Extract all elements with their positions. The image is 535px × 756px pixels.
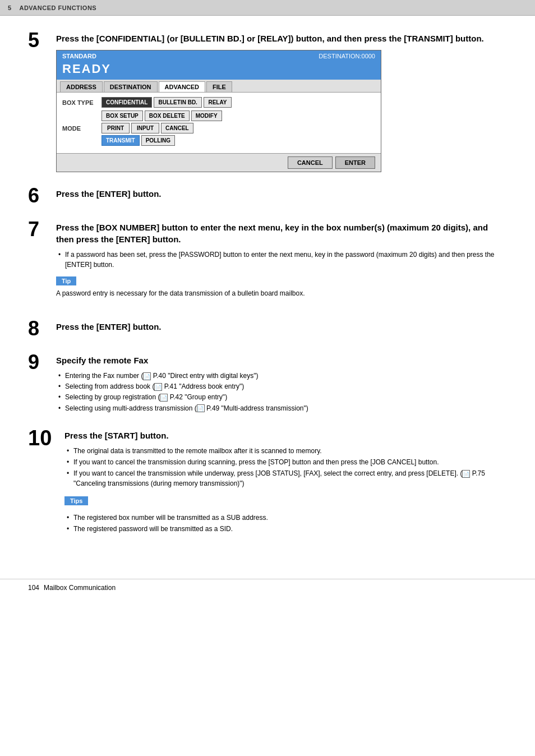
mode-row: MODE BOX SETUP BOX DELETE MODIFY PRINT I… xyxy=(62,110,375,146)
fax-footer-cancel-button[interactable]: CANCEL xyxy=(288,156,333,169)
fax-footer-enter-button[interactable]: ENTER xyxy=(335,156,375,169)
section-number: 5 xyxy=(8,4,12,11)
fax-ready-text: READY xyxy=(57,62,381,80)
step-10-title: Press the [START] button. xyxy=(64,430,507,441)
step-5-section: 5 Press the [CONFIDENTIAL] (or [BULLETIN… xyxy=(28,33,507,172)
step-8-number: 8 xyxy=(28,319,56,339)
step-10-bullet-2: If you want to cancel the transmission d… xyxy=(64,457,507,467)
ref-icon-5: 📄 xyxy=(462,470,470,478)
step-8-content: Press the [ENTER] button. xyxy=(56,321,507,337)
box-type-row: BOX TYPE CONFIDENTIAL BULLETIN BD. RELAY xyxy=(62,97,375,108)
step-7-title: Press the [BOX NUMBER] button to enter t… xyxy=(56,222,507,245)
ref-icon-3: 📄 xyxy=(160,394,168,402)
tip-label: Tip xyxy=(56,276,76,285)
step-9-bullets: Entering the Fax number (📄 P.40 "Direct … xyxy=(56,371,507,414)
tips-label: Tips xyxy=(64,496,88,505)
tips-bullet-1: The registered box number will be transm… xyxy=(64,513,507,523)
step-5-content: Press the [CONFIDENTIAL] (or [BULLETIN B… xyxy=(56,33,507,172)
step-9-bullet-2: Selecting from address book (📄 P.41 "Add… xyxy=(56,381,507,392)
step-9-section: 9 Specify the remote Fax Entering the Fa… xyxy=(28,354,507,414)
btn-cancel-mode[interactable]: CANCEL xyxy=(161,123,193,133)
ref-icon-2: 📄 xyxy=(154,383,162,391)
fax-ui-header: STANDARD DESTINATION:0000 xyxy=(57,50,381,62)
step-7-number: 7 xyxy=(28,219,56,239)
fax-ui-footer: CANCEL ENTER xyxy=(57,153,381,172)
ref-icon-4: 📄 xyxy=(197,404,205,412)
step-10-content: Press the [START] button. The original d… xyxy=(64,430,507,541)
step-9-bullet-3: Selecting by group registration (📄 P.42 … xyxy=(56,392,507,403)
step-10-bullet-1: The original data is transmitted to the … xyxy=(64,446,507,456)
tips-bullet-2: The registered password will be transmit… xyxy=(64,524,507,534)
mode-buttons-row2: PRINT INPUT CANCEL xyxy=(102,123,222,133)
fax-header-right: DESTINATION:0000 xyxy=(319,53,375,59)
step-8-title: Press the [ENTER] button. xyxy=(56,321,507,333)
step-9-bullet-1: Entering the Fax number (📄 P.40 "Direct … xyxy=(56,371,507,381)
step-7-content: Press the [BOX NUMBER] button to enter t… xyxy=(56,222,507,305)
box-type-buttons: CONFIDENTIAL BULLETIN BD. RELAY xyxy=(102,97,232,108)
step-10-bullet-3: If you want to cancel the transmission w… xyxy=(64,468,507,488)
step-9-content: Specify the remote Fax Entering the Fax … xyxy=(56,354,507,414)
step-7-section: 7 Press the [BOX NUMBER] button to enter… xyxy=(28,222,507,305)
mode-label: MODE xyxy=(62,125,102,132)
tab-advanced[interactable]: ADVANCED xyxy=(159,81,206,92)
mode-buttons-row1: BOX SETUP BOX DELETE MODIFY xyxy=(102,110,222,121)
step-5-title: Press the [CONFIDENTIAL] (or [BULLETIN B… xyxy=(56,33,507,44)
btn-polling[interactable]: POLLING xyxy=(141,135,175,146)
step-10-section: 10 Press the [START] button. The origina… xyxy=(28,430,507,541)
page-title: Mailbox Communication xyxy=(44,584,116,592)
step-5-number: 5 xyxy=(28,30,56,50)
btn-bulletin-bd[interactable]: BULLETIN BD. xyxy=(154,97,201,108)
btn-modify[interactable]: MODIFY xyxy=(191,110,222,121)
step-7-bullets: If a password has been set, press the [P… xyxy=(56,250,507,270)
step-9-number: 9 xyxy=(28,352,56,372)
step-9-bullet-4: Selecting using multi-address transmissi… xyxy=(56,403,507,414)
box-type-label: BOX TYPE xyxy=(62,99,102,106)
step-10-number: 10 xyxy=(28,427,64,449)
section-label: 5 ADVANCED FUNCTIONS xyxy=(8,4,96,11)
ref-icon-1: 📄 xyxy=(143,372,151,380)
step-10-tips-box: Tips The registered box number will be t… xyxy=(64,496,507,534)
btn-confidential[interactable]: CONFIDENTIAL xyxy=(102,97,152,108)
fax-ui-body: BOX TYPE CONFIDENTIAL BULLETIN BD. RELAY… xyxy=(57,93,381,153)
step-7-bullet-1: If a password has been set, press the [P… xyxy=(56,250,507,270)
step-6-section: 6 Press the [ENTER] button. xyxy=(28,188,507,206)
step-8-section: 8 Press the [ENTER] button. xyxy=(28,321,507,339)
fax-header-left: STANDARD xyxy=(62,53,96,59)
step-10-tips-bullets: The registered box number will be transm… xyxy=(64,513,507,534)
fax-ui-mockup: STANDARD DESTINATION:0000 READY ADDRESS … xyxy=(56,50,381,172)
tab-destination[interactable]: DESTINATION xyxy=(104,81,158,92)
btn-box-setup[interactable]: BOX SETUP xyxy=(102,110,143,121)
page-footer: 104 Mailbox Communication xyxy=(0,579,535,596)
btn-input[interactable]: INPUT xyxy=(131,123,159,133)
btn-print[interactable]: PRINT xyxy=(102,123,130,133)
mode-buttons-row3: TRANSMIT POLLING xyxy=(102,135,222,146)
tab-file[interactable]: FILE xyxy=(206,81,232,92)
page-number: 104 xyxy=(28,584,39,592)
step-10-bullets: The original data is transmitted to the … xyxy=(64,446,507,488)
step-7-tip-box: Tip A password entry is necessary for th… xyxy=(56,276,507,298)
btn-transmit[interactable]: TRANSMIT xyxy=(102,135,140,146)
btn-relay[interactable]: RELAY xyxy=(204,97,232,108)
btn-box-delete[interactable]: BOX DELETE xyxy=(145,110,190,121)
step-6-title: Press the [ENTER] button. xyxy=(56,188,507,200)
main-content: 5 Press the [CONFIDENTIAL] (or [BULLETIN… xyxy=(0,16,535,573)
tab-address[interactable]: ADDRESS xyxy=(60,81,103,92)
step-6-number: 6 xyxy=(28,186,56,206)
step-9-title: Specify the remote Fax xyxy=(56,354,507,366)
tip-text: A password entry is necessary for the da… xyxy=(56,288,507,298)
section-title: ADVANCED FUNCTIONS xyxy=(19,4,96,11)
section-header: 5 ADVANCED FUNCTIONS xyxy=(0,0,535,16)
step-6-content: Press the [ENTER] button. xyxy=(56,188,507,204)
fax-tabs: ADDRESS DESTINATION ADVANCED FILE xyxy=(57,80,381,93)
